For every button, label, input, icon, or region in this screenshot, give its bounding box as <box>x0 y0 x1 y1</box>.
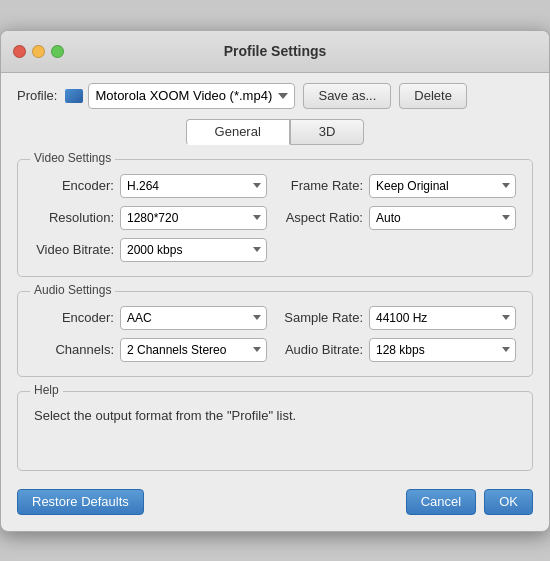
profile-label: Profile: <box>17 88 57 103</box>
audio-fields-right: Sample Rate: 44100 Hz Audio Bitrate: 128… <box>283 306 516 362</box>
audio-settings-title: Audio Settings <box>30 283 115 297</box>
cancel-button[interactable]: Cancel <box>406 489 476 515</box>
video-fields-grid: Encoder: H.264 Resolution: 1280*720 Vide… <box>34 174 516 262</box>
profile-select[interactable]: Motorola XOOM Video (*.mp4) <box>88 83 295 109</box>
help-text: Select the output format from the "Profi… <box>34 406 516 426</box>
save-as-button[interactable]: Save as... <box>303 83 391 109</box>
channels-label: Channels: <box>34 342 114 357</box>
window-title: Profile Settings <box>224 43 327 59</box>
audio-bitrate-label: Audio Bitrate: <box>283 342 363 357</box>
encoder-row: Encoder: H.264 <box>34 174 267 198</box>
video-settings-title: Video Settings <box>30 151 115 165</box>
footer-row: Restore Defaults Cancel OK <box>17 485 533 515</box>
restore-defaults-button[interactable]: Restore Defaults <box>17 489 144 515</box>
audio-encoder-select[interactable]: AAC <box>120 306 267 330</box>
encoder-select[interactable]: H.264 <box>120 174 267 198</box>
aspect-ratio-row: Aspect Ratio: Auto <box>283 206 516 230</box>
audio-settings-section: Audio Settings Encoder: AAC Channels: 2 … <box>17 291 533 377</box>
audio-bitrate-row: Audio Bitrate: 128 kbps <box>283 338 516 362</box>
aspect-ratio-select[interactable]: Auto <box>369 206 516 230</box>
ok-button[interactable]: OK <box>484 489 533 515</box>
tab-general[interactable]: General <box>186 119 290 145</box>
audio-encoder-row: Encoder: AAC <box>34 306 267 330</box>
traffic-lights <box>13 45 64 58</box>
titlebar: Profile Settings <box>1 31 549 73</box>
aspect-ratio-label: Aspect Ratio: <box>283 210 363 225</box>
encoder-label: Encoder: <box>34 178 114 193</box>
video-bitrate-row: Video Bitrate: 2000 kbps <box>34 238 267 262</box>
resolution-row: Resolution: 1280*720 <box>34 206 267 230</box>
frame-rate-row: Frame Rate: Keep Original <box>283 174 516 198</box>
video-fields-left: Encoder: H.264 Resolution: 1280*720 Vide… <box>34 174 267 262</box>
help-title: Help <box>30 383 63 397</box>
audio-bitrate-select[interactable]: 128 kbps <box>369 338 516 362</box>
resolution-label: Resolution: <box>34 210 114 225</box>
video-fields-right: Frame Rate: Keep Original Aspect Ratio: … <box>283 174 516 262</box>
video-bitrate-select[interactable]: 2000 kbps <box>120 238 267 262</box>
footer-right-buttons: Cancel OK <box>406 489 533 515</box>
tab-3d[interactable]: 3D <box>290 119 365 145</box>
sample-rate-select[interactable]: 44100 Hz <box>369 306 516 330</box>
delete-button[interactable]: Delete <box>399 83 467 109</box>
tabs-row: General 3D <box>17 119 533 145</box>
content-area: Profile: Motorola XOOM Video (*.mp4) Sav… <box>1 73 549 531</box>
help-section: Help Select the output format from the "… <box>17 391 533 471</box>
sample-rate-row: Sample Rate: 44100 Hz <box>283 306 516 330</box>
channels-row: Channels: 2 Channels Stereo <box>34 338 267 362</box>
profile-settings-window: Profile Settings Profile: Motorola XOOM … <box>0 30 550 532</box>
video-bitrate-label: Video Bitrate: <box>34 242 114 257</box>
video-format-icon <box>65 89 83 103</box>
video-settings-section: Video Settings Encoder: H.264 Resolution… <box>17 159 533 277</box>
profile-row: Profile: Motorola XOOM Video (*.mp4) Sav… <box>17 83 533 109</box>
channels-select[interactable]: 2 Channels Stereo <box>120 338 267 362</box>
minimize-button[interactable] <box>32 45 45 58</box>
audio-fields-grid: Encoder: AAC Channels: 2 Channels Stereo <box>34 306 516 362</box>
sample-rate-label: Sample Rate: <box>283 310 363 325</box>
frame-rate-select[interactable]: Keep Original <box>369 174 516 198</box>
audio-fields-left: Encoder: AAC Channels: 2 Channels Stereo <box>34 306 267 362</box>
audio-encoder-label: Encoder: <box>34 310 114 325</box>
profile-icon-wrapper: Motorola XOOM Video (*.mp4) <box>65 83 295 109</box>
frame-rate-label: Frame Rate: <box>283 178 363 193</box>
close-button[interactable] <box>13 45 26 58</box>
maximize-button[interactable] <box>51 45 64 58</box>
resolution-select[interactable]: 1280*720 <box>120 206 267 230</box>
